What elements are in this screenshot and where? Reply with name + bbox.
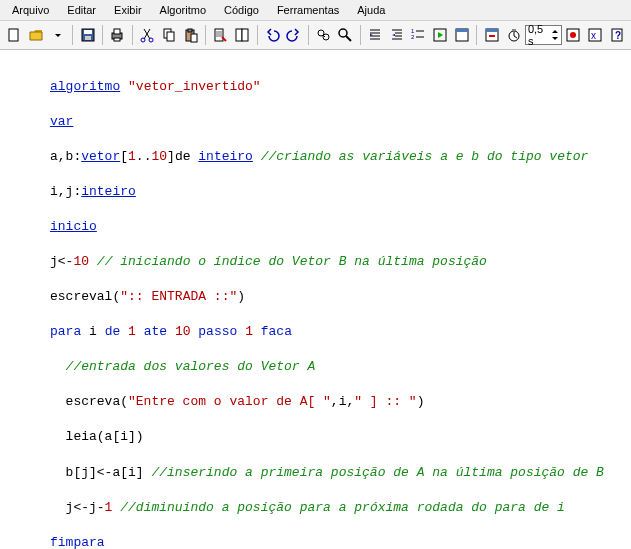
outdent-button[interactable] — [386, 23, 407, 47]
toolbar: 12 0,5 s x ? — [0, 21, 631, 50]
separator — [360, 25, 361, 45]
code-line: //entrada dos valores do Vetor A — [50, 358, 631, 376]
svg-point-19 — [339, 29, 347, 37]
svg-text:2: 2 — [411, 34, 415, 40]
svg-rect-10 — [167, 32, 174, 41]
redo-button[interactable] — [283, 23, 304, 47]
separator — [102, 25, 103, 45]
paste-button[interactable] — [180, 23, 201, 47]
menubar: Arquivo Editar Exibir Algoritmo Código F… — [0, 0, 631, 21]
svg-rect-28 — [512, 29, 516, 31]
separator — [132, 25, 133, 45]
menu-view[interactable]: Exibir — [106, 2, 150, 18]
svg-text:?: ? — [615, 30, 621, 41]
numbers-button[interactable]: 12 — [408, 23, 429, 47]
speed-value: 0,5 s — [528, 23, 548, 47]
svg-rect-12 — [188, 29, 192, 32]
svg-rect-13 — [191, 34, 197, 42]
timer-button[interactable] — [503, 23, 524, 47]
svg-text:x: x — [591, 30, 596, 41]
copy-button[interactable] — [158, 23, 179, 47]
indent-button[interactable] — [364, 23, 385, 47]
svg-rect-0 — [9, 29, 18, 41]
menu-help[interactable]: Ajuda — [349, 2, 393, 18]
svg-rect-24 — [456, 29, 468, 32]
code-line: j<-j-1 //diminuindo a posição para a pró… — [50, 499, 631, 517]
svg-rect-5 — [114, 29, 120, 34]
breakpoint-button[interactable] — [563, 23, 584, 47]
step-button[interactable] — [481, 23, 502, 47]
undo-button[interactable] — [261, 23, 282, 47]
svg-rect-6 — [114, 38, 120, 41]
svg-point-30 — [570, 32, 576, 38]
code-line: j<-10 // iniciando o índice do Vetor B n… — [50, 253, 631, 271]
code-line: b[j]<-a[i] //inserindo a primeira posiçã… — [50, 464, 631, 482]
save-button[interactable] — [77, 23, 98, 47]
svg-rect-3 — [85, 36, 91, 40]
svg-rect-15 — [236, 29, 242, 41]
svg-point-18 — [323, 34, 329, 40]
cut-button[interactable] — [137, 23, 158, 47]
menu-tools[interactable]: Ferramentas — [269, 2, 347, 18]
svg-rect-26 — [486, 29, 498, 32]
svg-point-7 — [141, 38, 145, 42]
svg-rect-16 — [242, 29, 248, 41]
speed-spinner[interactable]: 0,5 s — [525, 25, 562, 45]
code-line: escreval(":: ENTRADA ::") — [50, 288, 631, 306]
menu-code[interactable]: Código — [216, 2, 267, 18]
code-editor[interactable]: algoritmo "vetor_invertido" var a,b:veto… — [0, 50, 631, 549]
code-line: var — [50, 113, 631, 131]
separator — [205, 25, 206, 45]
open-dropdown[interactable] — [48, 23, 69, 47]
code-line: para i de 1 ate 10 passo 1 faca — [50, 323, 631, 341]
window-button[interactable] — [452, 23, 473, 47]
code-line: algoritmo "vetor_invertido" — [50, 78, 631, 96]
run-button[interactable] — [430, 23, 451, 47]
separator — [72, 25, 73, 45]
code-line: leia(a[i]) — [50, 428, 631, 446]
code-line: escreva("Entre com o valor de A[ ",i," ]… — [50, 393, 631, 411]
code-line: a,b:vetor[1..10]de inteiro //criando as … — [50, 148, 631, 166]
svg-rect-14 — [215, 29, 223, 41]
new-button[interactable] — [4, 23, 25, 47]
replace-button[interactable] — [335, 23, 356, 47]
svg-rect-2 — [84, 30, 92, 34]
menu-algorithm[interactable]: Algoritmo — [152, 2, 214, 18]
code-line: fimpara — [50, 534, 631, 549]
open-button[interactable] — [26, 23, 47, 47]
code-line: i,j:inteiro — [50, 183, 631, 201]
find-button[interactable] — [313, 23, 334, 47]
tool-button-2[interactable] — [232, 23, 253, 47]
menu-file[interactable]: Arquivo — [4, 2, 57, 18]
help-button[interactable]: ? — [606, 23, 627, 47]
vars-button[interactable]: x — [584, 23, 605, 47]
print-button[interactable] — [107, 23, 128, 47]
svg-point-8 — [149, 38, 153, 42]
separator — [257, 25, 258, 45]
code-line: inicio — [50, 218, 631, 236]
tool-button-1[interactable] — [210, 23, 231, 47]
separator — [308, 25, 309, 45]
menu-edit[interactable]: Editar — [59, 2, 104, 18]
separator — [476, 25, 477, 45]
